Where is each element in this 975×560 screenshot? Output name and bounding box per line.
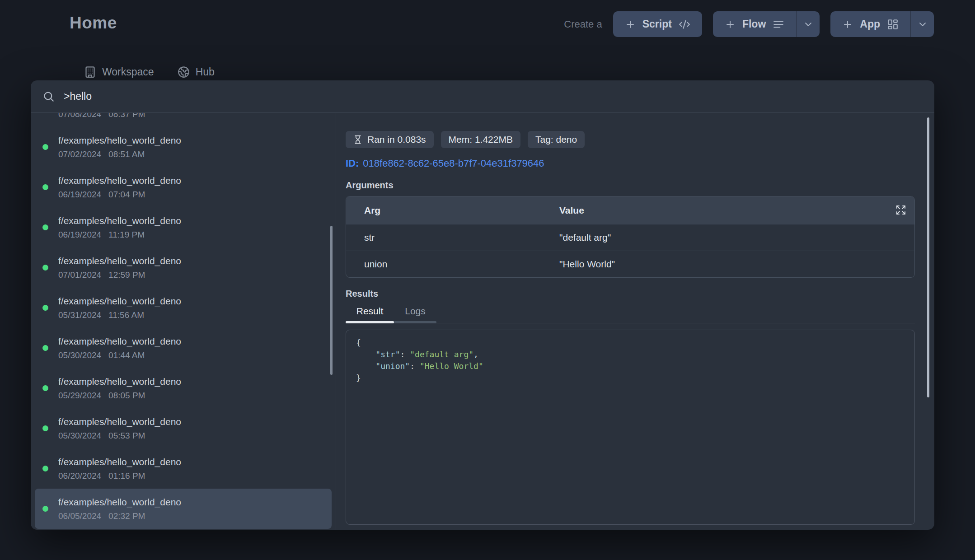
success-dot-icon [42, 385, 48, 391]
run-list-item[interactable]: f/examples/hello_world_deno 07/02/2024 0… [35, 127, 332, 167]
success-dot-icon [42, 184, 48, 190]
create-flow-dropdown-button[interactable] [796, 11, 820, 37]
expand-icon[interactable] [895, 205, 906, 215]
tag-badge: Tag: deno [528, 131, 585, 148]
arguments-title: Arguments [346, 180, 915, 190]
plus-icon [842, 19, 853, 30]
run-id-value[interactable]: 018fe862-8c62-65e8-b7f7-04e31f379646 [363, 158, 544, 169]
run-list-item[interactable]: f/examples/hello_world_deno 07/01/2024 1… [35, 247, 332, 288]
tag-badge-label: Tag: deno [535, 134, 577, 145]
run-date: 07/01/2024 [58, 270, 101, 280]
create-label: Create a [564, 19, 602, 30]
create-app-button-group: App [830, 11, 934, 37]
run-list-item[interactable]: f/examples/hello_world_deno 06/05/2024 0… [35, 489, 332, 529]
page-title: Home [70, 14, 117, 33]
run-datetime: 06/19/2024 11:19 PM [58, 230, 181, 240]
run-path: f/examples/hello_world_deno [58, 336, 181, 347]
run-list-item[interactable]: f/examples/hello_world_deno 07/08/2024 0… [35, 113, 332, 127]
arguments-table-header: Arg Value [346, 196, 914, 224]
tab-result[interactable]: Result [346, 305, 394, 323]
arguments-table: Arg Value str "default arg" union [346, 196, 915, 278]
argument-name: union [364, 259, 559, 270]
run-datetime: 06/19/2024 07:04 PM [58, 190, 181, 200]
run-datetime: 06/20/2024 01:16 PM [58, 471, 181, 481]
run-path: f/examples/hello_world_deno [58, 416, 181, 427]
run-text: f/examples/hello_world_deno 07/08/2024 0… [58, 113, 181, 119]
run-text: f/examples/hello_world_deno 05/29/2024 0… [58, 376, 181, 401]
success-dot-icon [42, 224, 48, 230]
run-datetime: 05/30/2024 01:44 AM [58, 350, 181, 360]
list-scrollbar[interactable] [330, 226, 333, 375]
run-date: 07/02/2024 [58, 149, 101, 159]
run-list-item[interactable]: f/examples/hello_world_deno 06/19/2024 0… [35, 167, 332, 207]
layout-dashboard-icon [887, 19, 899, 30]
memory-badge: Mem: 1.422MB [441, 131, 520, 148]
col-value: Value [559, 205, 914, 216]
run-text: f/examples/hello_world_deno 05/30/2024 0… [58, 416, 181, 441]
create-flow-label: Flow [742, 18, 766, 30]
create-app-dropdown-button[interactable] [910, 11, 934, 37]
run-time: 12:59 PM [108, 270, 145, 280]
run-badges: Ran in 0.083s Mem: 1.422MB Tag: deno [346, 131, 915, 148]
run-text: f/examples/hello_world_deno 07/02/2024 0… [58, 135, 181, 159]
run-path: f/examples/hello_world_deno [58, 256, 181, 266]
run-date: 05/30/2024 [58, 431, 101, 441]
run-time: 11:56 AM [108, 310, 144, 320]
run-path: f/examples/hello_world_deno [58, 215, 181, 226]
run-datetime: 07/01/2024 12:59 PM [58, 270, 181, 280]
list-panel-divider [336, 113, 336, 530]
json-line: "union": "Hello World" [356, 360, 905, 372]
search-bar [31, 80, 934, 113]
run-path: f/examples/hello_world_deno [58, 175, 181, 186]
run-date: 07/08/2024 [58, 113, 101, 119]
success-dot-icon [42, 305, 48, 311]
run-text: f/examples/hello_world_deno 05/30/2024 0… [58, 336, 181, 360]
duration-badge-label: Ran in 0.083s [367, 134, 426, 145]
success-dot-icon [42, 506, 48, 512]
code-icon [679, 19, 690, 30]
run-datetime: 06/05/2024 02:32 PM [58, 511, 181, 521]
run-list-item[interactable]: f/examples/hello_world_deno 05/30/2024 0… [35, 408, 332, 448]
tab-logs-label: Logs [405, 306, 426, 323]
plus-icon [725, 19, 736, 30]
create-flow-button[interactable]: Flow [713, 11, 796, 37]
search-input[interactable] [64, 90, 923, 103]
tab-hub[interactable]: Hub [178, 66, 215, 78]
modal-body: f/examples/hello_world_deno 07/08/2024 0… [31, 113, 934, 530]
run-list-item[interactable]: f/examples/hello_world_deno 06/20/2024 0… [35, 448, 332, 489]
run-datetime: 05/31/2024 11:56 AM [58, 310, 181, 320]
run-list: f/examples/hello_world_deno 07/08/2024 0… [31, 113, 336, 530]
result-json-block: { "str": "default arg", "union": "Hello … [346, 330, 915, 525]
tab-logs[interactable]: Logs [394, 305, 436, 323]
run-text: f/examples/hello_world_deno 06/19/2024 1… [58, 215, 181, 240]
run-path: f/examples/hello_world_deno [58, 135, 181, 146]
create-app-button[interactable]: App [830, 11, 910, 37]
run-list-item[interactable]: f/examples/hello_world_deno 05/30/2024 0… [35, 328, 332, 368]
run-date: 05/30/2024 [58, 350, 101, 360]
run-list-item[interactable]: f/examples/hello_world_deno 05/31/2024 1… [35, 288, 332, 328]
run-text: f/examples/hello_world_deno 06/19/2024 0… [58, 175, 181, 200]
argument-row: str "default arg" [346, 224, 914, 251]
create-row: Create a Script Flow App [564, 11, 934, 37]
argument-name: str [364, 232, 559, 243]
run-time: 01:44 AM [108, 350, 145, 360]
argument-value: "default arg" [559, 232, 914, 243]
globe-icon [178, 66, 190, 78]
run-path: f/examples/hello_world_deno [58, 497, 181, 508]
duration-badge: Ran in 0.083s [346, 131, 434, 148]
run-text: f/examples/hello_world_deno 06/20/2024 0… [58, 457, 181, 481]
run-date: 06/05/2024 [58, 511, 101, 521]
run-list-item[interactable]: f/examples/hello_world_deno 06/19/2024 1… [35, 207, 332, 247]
tab-workspace[interactable]: Workspace [84, 66, 154, 78]
building-icon [84, 66, 96, 78]
run-text: f/examples/hello_world_deno 07/01/2024 1… [58, 256, 181, 280]
run-time: 11:19 PM [108, 230, 145, 240]
memory-badge-label: Mem: 1.422MB [449, 134, 513, 145]
run-text: f/examples/hello_world_deno 05/31/2024 1… [58, 296, 181, 320]
create-script-button[interactable]: Script [613, 11, 702, 37]
json-line: "str": "default arg", [356, 349, 905, 360]
argument-value: "Hello World" [559, 259, 914, 270]
chevron-down-icon [917, 19, 928, 30]
run-list-item[interactable]: f/examples/hello_world_deno 05/29/2024 0… [35, 368, 332, 408]
modal-scrollbar[interactable] [927, 117, 929, 397]
